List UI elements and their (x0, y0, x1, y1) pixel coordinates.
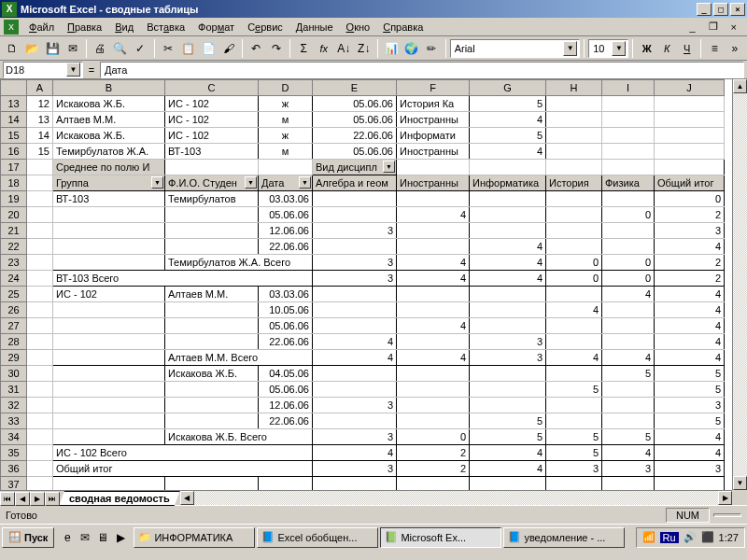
scroll-left-icon[interactable]: ◀ (180, 491, 194, 505)
mdi-restore[interactable]: ❐ (702, 19, 725, 35)
cell[interactable] (602, 144, 655, 160)
cell[interactable] (546, 160, 602, 175)
cell[interactable]: 5 (546, 429, 602, 445)
cell[interactable]: Алтаев М.М. (53, 112, 165, 128)
cell[interactable] (27, 429, 53, 445)
clock[interactable]: 1:27 (719, 532, 739, 543)
cell[interactable] (602, 318, 655, 334)
cell[interactable]: ИС - 102 (165, 112, 259, 128)
cell[interactable] (397, 223, 470, 239)
cell[interactable]: 0 (546, 255, 602, 271)
cell[interactable] (53, 334, 165, 350)
cell[interactable]: Среднее по полю И (53, 160, 165, 175)
cell[interactable]: 5 (602, 366, 655, 382)
tab-next-icon[interactable]: ▶ (30, 492, 45, 506)
cell[interactable]: Иностранны (397, 175, 470, 191)
pivot-dropdown[interactable]: ▼ (299, 176, 311, 189)
cell[interactable] (470, 477, 546, 491)
cell[interactable]: 4 (397, 207, 470, 223)
taskbar-button[interactable]: 📘Excel обобщен... (257, 527, 378, 548)
cell[interactable]: 12.06.06 (259, 398, 313, 413)
cell[interactable]: 3 (313, 461, 397, 477)
cell[interactable]: 3 (313, 429, 397, 445)
cell[interactable]: 0 (655, 191, 725, 207)
cell[interactable]: 4 (470, 144, 546, 160)
cell[interactable]: 4 (655, 350, 725, 366)
cell[interactable]: Общий итог (53, 461, 313, 477)
cell[interactable]: 3 (655, 461, 725, 477)
cell[interactable]: 5 (546, 445, 602, 461)
cell[interactable] (27, 302, 53, 318)
minimize-button[interactable]: _ (697, 3, 712, 16)
formula-input[interactable]: Дата (100, 62, 744, 78)
cell[interactable] (27, 318, 53, 334)
cell[interactable] (655, 128, 725, 144)
sum-icon[interactable]: Σ (294, 38, 314, 59)
taskbar-button[interactable]: 📗Microsoft Ex... (380, 527, 501, 548)
menu-insert[interactable]: Вставка (140, 20, 191, 35)
cell[interactable]: 22.06.06 (259, 334, 313, 350)
pivot-dropdown[interactable]: ▼ (245, 176, 257, 189)
cell[interactable]: 4 (655, 318, 725, 334)
cell[interactable]: 13 (27, 112, 53, 128)
row-header[interactable]: 14 (1, 112, 27, 128)
cell[interactable]: 3 (313, 398, 397, 413)
cell[interactable] (546, 334, 602, 350)
row-header[interactable]: 24 (1, 271, 27, 287)
cell[interactable] (470, 223, 546, 239)
row-header[interactable]: 25 (1, 287, 27, 302)
row-header[interactable]: 35 (1, 445, 27, 461)
cell[interactable] (470, 398, 546, 413)
col-header-C[interactable]: C (165, 80, 259, 96)
menu-format[interactable]: Формат (191, 20, 241, 35)
cell[interactable] (53, 223, 165, 239)
cell[interactable] (602, 239, 655, 255)
cell[interactable]: 3 (313, 255, 397, 271)
cell[interactable] (27, 413, 53, 429)
cell[interactable] (53, 477, 165, 491)
cell[interactable] (313, 413, 397, 429)
cell[interactable] (602, 477, 655, 491)
cell[interactable] (313, 382, 397, 398)
cell[interactable] (602, 128, 655, 144)
cell[interactable] (470, 318, 546, 334)
font-size-combo[interactable]: 10 ▼ (588, 39, 628, 58)
cut-icon[interactable]: ✂ (159, 38, 178, 59)
col-header-J[interactable]: J (655, 80, 725, 96)
cell[interactable] (27, 445, 53, 461)
cell[interactable]: 5 (655, 413, 725, 429)
cell[interactable]: 4 (313, 350, 397, 366)
row-header[interactable]: 23 (1, 255, 27, 271)
cell[interactable]: 4 (470, 461, 546, 477)
cell[interactable] (546, 398, 602, 413)
cell[interactable] (313, 302, 397, 318)
cell[interactable]: 10.05.06 (259, 302, 313, 318)
cell[interactable]: 3 (470, 350, 546, 366)
cell[interactable]: 2 (655, 207, 725, 223)
cell[interactable]: 0 (602, 207, 655, 223)
select-all-corner[interactable] (1, 80, 27, 96)
cell[interactable] (313, 191, 397, 207)
sort-desc-icon[interactable]: Z↓ (355, 38, 374, 59)
cell[interactable]: 5 (655, 382, 725, 398)
cell[interactable]: ж (259, 128, 313, 144)
cell[interactable]: 03.03.06 (259, 287, 313, 302)
cell[interactable] (313, 477, 397, 491)
cell[interactable]: 3 (602, 461, 655, 477)
fx-icon[interactable]: fx (314, 38, 333, 59)
mdi-close[interactable]: × (725, 20, 743, 35)
cell[interactable]: 4 (470, 239, 546, 255)
cell[interactable]: 22.06.06 (313, 128, 397, 144)
cell[interactable]: 12.06.06 (259, 223, 313, 239)
cell[interactable]: ИС - 102 (165, 128, 259, 144)
cell[interactable] (313, 239, 397, 255)
cell[interactable]: 5 (470, 128, 546, 144)
tray-app-icon[interactable]: ⬛ (701, 531, 714, 543)
cell[interactable] (397, 302, 470, 318)
cell[interactable]: 4 (655, 334, 725, 350)
cell[interactable] (27, 223, 53, 239)
cell[interactable]: 05.06.06 (259, 318, 313, 334)
tray-volume-icon[interactable]: 🔊 (684, 531, 697, 543)
row-header[interactable]: 19 (1, 191, 27, 207)
preview-icon[interactable]: 🔍 (111, 38, 131, 59)
